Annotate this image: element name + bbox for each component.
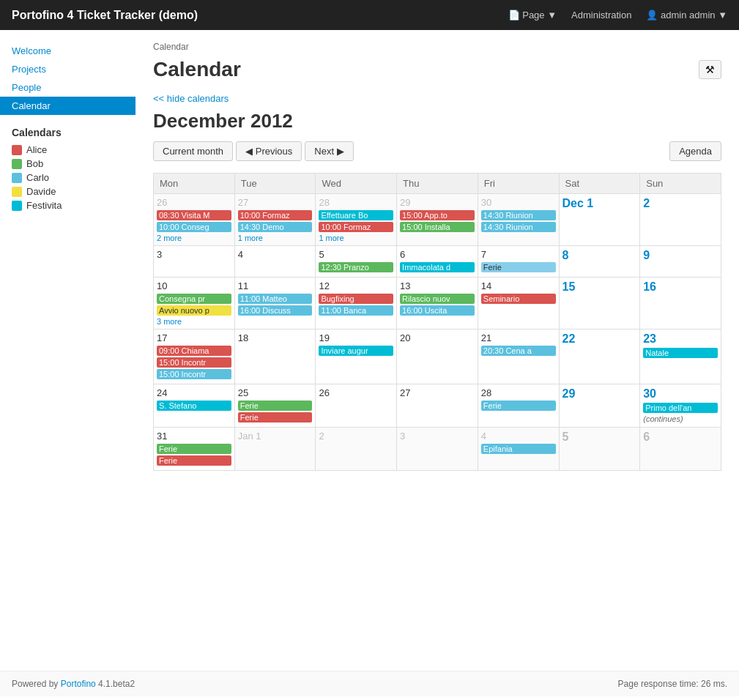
davide-color-swatch <box>12 187 22 197</box>
hide-calendars-link[interactable]: << hide calendars <box>153 93 229 104</box>
day-number: 12 <box>319 280 393 291</box>
event[interactable]: 11:00 Banca <box>319 305 393 316</box>
sidebar-item-calendar[interactable]: Calendar <box>0 97 135 115</box>
day-cell-dec26: 26 <box>316 384 397 428</box>
table-row: 31 Ferie Ferie Jan 1 2 3 4 E <box>154 428 721 471</box>
day-cell-dec24: 24 S. Stefano <box>154 384 235 428</box>
day-number: 27 <box>400 387 475 398</box>
next-button[interactable]: Next ▶ <box>305 141 353 161</box>
agenda-button[interactable]: Agenda <box>669 141 721 161</box>
event[interactable]: Epifania <box>481 444 556 454</box>
event[interactable]: 16:00 Uscita <box>400 305 475 316</box>
breadcrumb: Calendar <box>153 42 721 52</box>
event[interactable]: 10:00 Formaz <box>319 222 393 232</box>
day-number: 2 <box>319 431 393 442</box>
day-cell-dec16: 16 <box>640 278 721 329</box>
event[interactable]: 09:00 Chiama <box>157 346 231 356</box>
event[interactable]: 14:30 Demo <box>238 222 313 232</box>
sidebar-item-projects[interactable]: Projects <box>0 60 135 78</box>
sidebar-item-welcome[interactable]: Welcome <box>0 42 135 60</box>
day-number: 26 <box>157 197 231 208</box>
event[interactable]: Seminario <box>481 294 556 304</box>
col-wed: Wed <box>316 174 397 194</box>
event[interactable]: Ferie <box>481 262 556 272</box>
day-number: 11 <box>238 280 313 291</box>
day-cell-nov26: 26 08:30 Visita M 10:00 Conseg 2 more <box>154 194 235 246</box>
more-link[interactable]: 1 more <box>238 234 313 242</box>
event[interactable]: Rilascio nuov <box>400 294 475 304</box>
event[interactable]: 15:00 Installa <box>400 222 475 232</box>
table-row: 10 Consegna pr Avvio nuovo p 3 more 11 1… <box>154 278 721 329</box>
event[interactable]: Bugfixing <box>319 294 393 304</box>
page-title-row: Calendar ⚒ <box>153 58 721 81</box>
page-menu[interactable]: 📄 Page ▼ <box>508 10 557 21</box>
day-cell-dec3: 3 <box>154 246 235 278</box>
event[interactable]: Ferie <box>157 455 231 466</box>
day-number: 30 <box>481 197 556 208</box>
day-number: 17 <box>157 332 231 343</box>
event[interactable]: 12:30 Pranzo <box>319 262 393 272</box>
day-cell-dec29: 29 <box>559 384 640 428</box>
app-title: Portofino 4 Ticket Tracker (demo) <box>12 9 198 22</box>
event[interactable]: Natale <box>643 348 718 358</box>
settings-button[interactable]: ⚒ <box>699 60 721 79</box>
day-number: 6 <box>643 431 718 444</box>
event[interactable]: 14:30 Riunion <box>481 222 556 232</box>
navbar: Portofino 4 Ticket Tracker (demo) 📄 Page… <box>0 0 739 30</box>
event[interactable]: 10:00 Formaz <box>238 210 313 220</box>
continues-label: (continues) <box>643 414 718 423</box>
sidebar-item-people[interactable]: People <box>0 78 135 97</box>
festivita-color-swatch <box>12 201 22 211</box>
nav-left: Current month ◀ Previous Next ▶ <box>153 141 354 161</box>
day-number: 28 <box>319 197 393 208</box>
event[interactable]: 16:00 Discuss <box>238 305 313 316</box>
event[interactable]: Effettuare Bo <box>319 210 393 220</box>
day-number: 25 <box>238 387 313 398</box>
event[interactable]: S. Stefano <box>157 401 231 411</box>
current-month-button[interactable]: Current month <box>153 141 233 161</box>
day-number: 20 <box>400 332 475 343</box>
day-number: 3 <box>400 431 475 442</box>
event[interactable]: 11:00 Matteo <box>238 294 313 304</box>
day-cell-dec1: Dec 1 <box>559 194 640 246</box>
event[interactable]: Inviare augur <box>319 346 393 356</box>
day-number: 22 <box>562 332 637 346</box>
day-cell-dec14: 14 Seminario <box>478 278 559 329</box>
event[interactable]: 15:00 App.to <box>400 210 475 220</box>
day-cell-dec6: 6 Immacolata d <box>397 246 478 278</box>
day-cell-dec30: 30 Primo dell'an (continues) <box>640 384 721 428</box>
day-cell-nov28: 28 Effettuare Bo 10:00 Formaz 1 more <box>316 194 397 246</box>
event[interactable]: 20:30 Cena a <box>481 346 556 356</box>
portofino-link[interactable]: Portofino <box>61 679 96 689</box>
day-number: 4 <box>238 249 313 260</box>
event[interactable]: Avvio nuovo p <box>157 305 231 316</box>
event[interactable]: Primo dell'an <box>643 403 718 413</box>
event[interactable]: Ferie <box>157 444 231 454</box>
more-link[interactable]: 1 more <box>319 234 393 242</box>
day-number: 18 <box>238 332 313 343</box>
event[interactable]: Ferie <box>481 401 556 411</box>
more-link[interactable]: 3 more <box>157 317 231 326</box>
event[interactable]: 08:30 Visita M <box>157 210 231 220</box>
bob-label: Bob <box>26 158 43 169</box>
table-row: 24 S. Stefano 25 Ferie Ferie 26 27 <box>154 384 721 428</box>
previous-button[interactable]: ◀ Previous <box>236 141 302 161</box>
event[interactable]: Immacolata d <box>400 262 475 272</box>
user-menu[interactable]: 👤 admin admin ▼ <box>646 10 727 21</box>
event[interactable]: 14:30 Riunion <box>481 210 556 220</box>
event[interactable]: 10:00 Conseg <box>157 222 231 232</box>
calendar-item-alice: Alice <box>12 144 124 155</box>
day-number: 19 <box>319 332 393 343</box>
administration-link[interactable]: Administration <box>571 10 631 21</box>
event[interactable]: Ferie <box>238 412 313 422</box>
more-link[interactable]: 2 more <box>157 234 231 242</box>
day-number: 9 <box>643 249 718 262</box>
event[interactable]: 15:00 Incontr <box>157 357 231 368</box>
col-fri: Fri <box>478 174 559 194</box>
event[interactable]: 15:00 Incontr <box>157 369 231 379</box>
day-number: 5 <box>319 249 393 260</box>
event[interactable]: Consegna pr <box>157 294 231 304</box>
day-number: Jan 1 <box>238 431 313 442</box>
footer: Powered by Portofino 4.1.beta2 Page resp… <box>0 671 739 696</box>
event[interactable]: Ferie <box>238 401 313 411</box>
